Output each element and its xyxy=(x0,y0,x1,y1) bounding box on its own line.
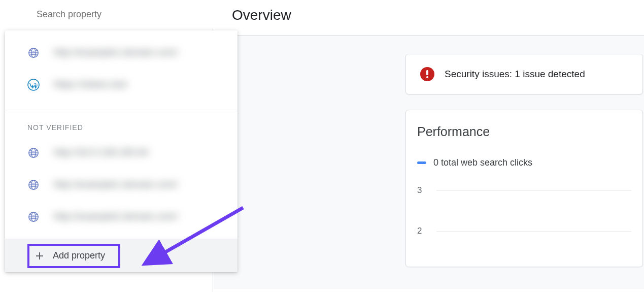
not-verified-label: NOT VERIFIED xyxy=(5,113,238,137)
svg-point-16 xyxy=(426,76,428,78)
globe-icon xyxy=(27,147,40,159)
page-title: Overview xyxy=(214,0,644,35)
performance-title: Performance xyxy=(417,124,631,139)
property-dropdown: http://example1.domain.com/ https://site… xyxy=(5,30,238,272)
tick-label: 3 xyxy=(417,185,426,196)
divider xyxy=(5,110,238,110)
property-label: https://siteex.test xyxy=(54,79,127,90)
tick-label: 2 xyxy=(417,226,426,236)
globe-icon xyxy=(27,47,40,59)
globe-icon xyxy=(27,179,40,191)
property-label: http://example2.domain.com/ xyxy=(54,211,178,222)
gridline xyxy=(436,190,631,191)
search-property-input[interactable] xyxy=(0,0,213,28)
series-color-indicator xyxy=(417,161,426,164)
plus-icon xyxy=(33,250,53,262)
y-tick: 3 xyxy=(417,185,631,196)
security-alert-text: Security issues: 1 issue detected xyxy=(445,69,585,80)
property-item[interactable]: http://example1.domain.com/ xyxy=(5,169,238,201)
property-label: http://example1.domain.com/ xyxy=(54,179,178,190)
security-alert-card[interactable]: Security issues: 1 issue detected xyxy=(405,54,643,94)
property-item[interactable]: http://example2.domain.com/ xyxy=(5,201,238,233)
add-property-button[interactable]: Add property xyxy=(5,239,238,272)
not-verified-property-list: http://10.0.128.100.64 http://example1.d… xyxy=(5,137,238,239)
metric-label: 0 total web search clicks xyxy=(433,157,532,168)
property-item[interactable]: http://10.0.128.100.64 xyxy=(5,137,238,169)
svg-rect-15 xyxy=(426,70,428,75)
y-tick: 2 xyxy=(417,226,631,236)
performance-chart: 3 2 xyxy=(417,185,631,267)
add-property-label: Add property xyxy=(53,250,105,261)
svg-point-3 xyxy=(28,79,39,90)
content-body: Security issues: 1 issue detected Perfor… xyxy=(214,35,644,289)
alert-icon xyxy=(420,67,434,81)
wordpress-icon xyxy=(27,79,40,91)
performance-metric: 0 total web search clicks xyxy=(417,157,631,168)
property-label: http://example1.domain.com/ xyxy=(54,47,178,58)
property-item[interactable]: http://example1.domain.com/ xyxy=(5,37,238,69)
verified-property-list: http://example1.domain.com/ https://site… xyxy=(5,30,238,107)
main-content: Overview Security issues: 1 issue detect… xyxy=(214,0,644,292)
globe-icon xyxy=(27,211,40,223)
property-label: http://10.0.128.100.64 xyxy=(54,147,148,158)
property-item[interactable]: https://siteex.test xyxy=(5,69,238,101)
gridline xyxy=(436,231,631,232)
performance-card: Performance 0 total web search clicks 3 … xyxy=(405,110,643,267)
